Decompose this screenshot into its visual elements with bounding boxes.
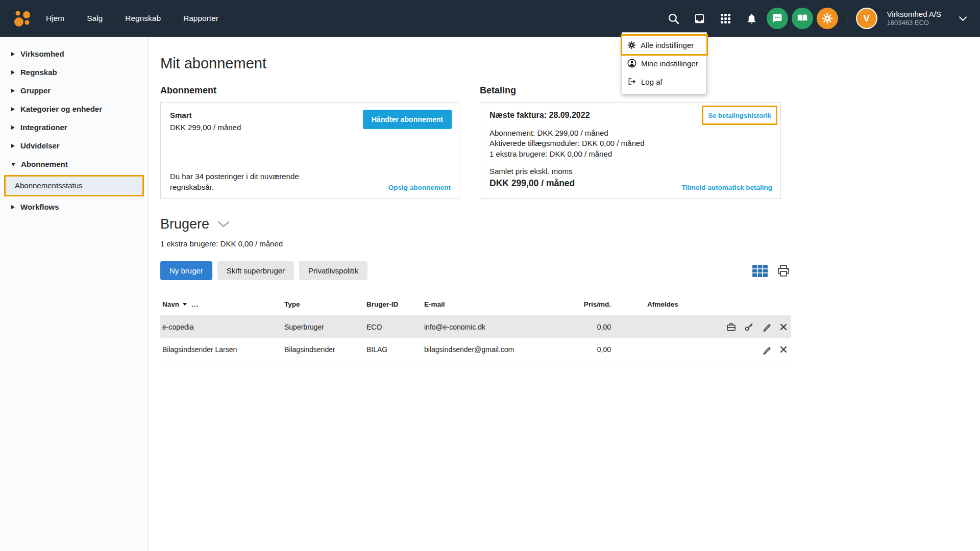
sidebar: Virksomhed Regnskab Grupper Kategorier o…: [0, 37, 149, 551]
cell-type: Superbruger: [282, 323, 364, 331]
sidebar-item-udvidelser[interactable]: Udvidelser: [0, 137, 148, 155]
manage-subscription-button[interactable]: Håndter abonnement: [363, 110, 452, 129]
topbar-right: V Virksomhed A/S 1603463 ECO: [663, 7, 968, 30]
chat-icon: [772, 13, 782, 23]
collapse-chevron-icon[interactable]: [217, 221, 230, 228]
table-view-button[interactable]: [752, 265, 768, 277]
users-subtitle: 1 ekstra brugere: DKK 0,00 / måned: [160, 239, 791, 248]
expand-arrow-icon: [11, 144, 15, 148]
autopay-link[interactable]: Tilmeld automatisk betaling: [681, 184, 772, 191]
table-row[interactable]: Bilagsindsender Larsen Bilagsindsender B…: [160, 338, 791, 361]
users-toolbar: Ny bruger Skift superbruger Privatlivspo…: [160, 261, 791, 280]
table-grid-icon: [752, 265, 768, 277]
edit-user-button[interactable]: [762, 345, 772, 355]
nav-regnskab[interactable]: Regnskab: [114, 0, 172, 37]
search-icon: [667, 12, 680, 25]
nav-hjem[interactable]: Hjem: [35, 0, 76, 37]
column-menu-button[interactable]: ...: [191, 300, 199, 308]
printer-icon: [777, 264, 790, 277]
remove-user-button[interactable]: [780, 323, 787, 331]
company-access-button[interactable]: [726, 322, 736, 332]
subscription-section: Abonnement Smart DKK 299,00 / måned Hånd…: [160, 85, 459, 199]
company-avatar[interactable]: V: [856, 8, 877, 29]
change-superuser-button[interactable]: Skift superbruger: [217, 261, 294, 280]
payment-line: Abonnement: DKK 299,00 / måned: [489, 128, 771, 138]
sidebar-item-workflows[interactable]: Workflows: [0, 198, 148, 216]
apps-button[interactable]: [715, 7, 737, 30]
expand-arrow-icon: [11, 70, 15, 74]
sidebar-item-abonnementsstatus[interactable]: Abonnementsstatus: [4, 175, 144, 196]
gear-icon: [627, 41, 636, 49]
postings-info: Du har 34 posteringer i dit nuværende re…: [170, 171, 315, 192]
payment-line: Aktiverede tillægsmoduler: DKK 0,00 / må…: [489, 138, 771, 148]
company-org-number: 1603463 ECO: [887, 19, 941, 28]
sidebar-item-integrationer[interactable]: Integrationer: [0, 118, 148, 137]
menu-item-label: Log af: [641, 78, 663, 86]
payment-section: Betaling Næste faktura: 28.09.2022 Se be…: [480, 85, 781, 199]
sidebar-item-kategorier-og-enheder[interactable]: Kategorier og enheder: [0, 100, 148, 118]
cell-email: bilagsindsender@gmail.com: [422, 345, 572, 354]
sort-descending-icon[interactable]: [183, 303, 187, 306]
remove-user-button[interactable]: [780, 346, 787, 353]
menu-item-log-af[interactable]: Log af: [622, 72, 706, 91]
expand-arrow-icon: [11, 52, 15, 56]
payment-history-highlight: Se betalingshistorik: [702, 106, 777, 125]
total-price-label: Samlet pris ekskl. moms: [489, 167, 771, 176]
payment-line: 1 ekstra brugere: DKK 0,00 / måned: [489, 149, 771, 159]
nav-salg[interactable]: Salg: [76, 0, 114, 37]
top-navigation: Hjem Salg Regnskab Rapporter: [35, 0, 230, 37]
chat-button[interactable]: [767, 8, 788, 29]
edit-user-button[interactable]: [762, 322, 772, 332]
cell-user-id: ECO: [364, 323, 422, 331]
edit-pencil-icon: [762, 345, 772, 355]
cell-price: 0,00: [572, 345, 611, 354]
header-name: Navn: [162, 300, 179, 308]
notifications-button[interactable]: [741, 7, 763, 30]
sidebar-item-label: Kategorier og enheder: [20, 105, 102, 114]
settings-menu: Alle indstillinger Mine indstillinger Lo…: [622, 32, 707, 94]
new-user-button[interactable]: Ny bruger: [160, 261, 212, 280]
e-conomic-logo[interactable]: [12, 8, 33, 29]
search-button[interactable]: [663, 7, 685, 30]
sidebar-item-virksomhed[interactable]: Virksomhed: [0, 45, 148, 63]
inbox-icon: [694, 13, 705, 24]
privacy-policy-button[interactable]: Privatlivspolitik: [299, 261, 368, 280]
print-button[interactable]: [777, 264, 790, 277]
sidebar-item-label: Abonnement: [21, 160, 68, 169]
chevron-down-icon[interactable]: [959, 13, 967, 21]
settings-button[interactable]: [817, 8, 838, 29]
apps-grid-icon: [721, 14, 730, 23]
company-switcher[interactable]: Virksomhed A/S 1603463 ECO: [887, 9, 941, 28]
sidebar-item-label: Regnskab: [20, 68, 57, 77]
users-section: Brugere 1 ekstra brugere: DKK 0,00 / mån…: [160, 216, 791, 361]
cell-price: 0,00: [572, 323, 611, 331]
cancel-subscription-link[interactable]: Opsig abonnement: [388, 184, 451, 191]
menu-item-label: Mine indstillinger: [641, 59, 698, 68]
menu-item-alle-indstillinger[interactable]: Alle indstillinger: [622, 36, 706, 54]
help-book-button[interactable]: [792, 8, 813, 29]
sidebar-item-abonnement[interactable]: Abonnement: [0, 155, 148, 173]
subscription-heading: Abonnement: [160, 85, 459, 96]
cell-name: Bilagsindsender Larsen: [160, 345, 282, 354]
sidebar-item-label: Grupper: [20, 86, 51, 95]
close-x-icon: [780, 323, 787, 331]
key-icon: [744, 322, 754, 332]
sidebar-item-grupper[interactable]: Grupper: [0, 82, 148, 100]
menu-item-mine-indstillinger[interactable]: Mine indstillinger: [622, 54, 706, 72]
users-heading: Brugere: [160, 216, 209, 232]
header-email: E-mail: [422, 300, 572, 308]
company-name: Virksomhed A/S: [887, 9, 941, 19]
main-content: Mit abonnement Abonnement Smart DKK 299,…: [149, 37, 980, 551]
open-book-icon: [797, 13, 808, 24]
access-rights-button[interactable]: [744, 322, 754, 332]
inbox-button[interactable]: [689, 7, 711, 30]
expand-arrow-icon: [11, 107, 15, 111]
expand-arrow-icon: [11, 126, 15, 130]
sidebar-item-label: Abonnementsstatus: [15, 181, 83, 190]
nav-rapporter[interactable]: Rapporter: [172, 0, 230, 37]
payment-history-link[interactable]: Se betalingshistorik: [708, 112, 771, 119]
collapse-arrow-icon: [11, 163, 15, 166]
cell-email: info@e-conomic.dk: [422, 323, 572, 331]
sidebar-item-regnskab[interactable]: Regnskab: [0, 63, 148, 82]
table-row[interactable]: e-copedia Superbruger ECO info@e-conomic…: [160, 315, 791, 338]
